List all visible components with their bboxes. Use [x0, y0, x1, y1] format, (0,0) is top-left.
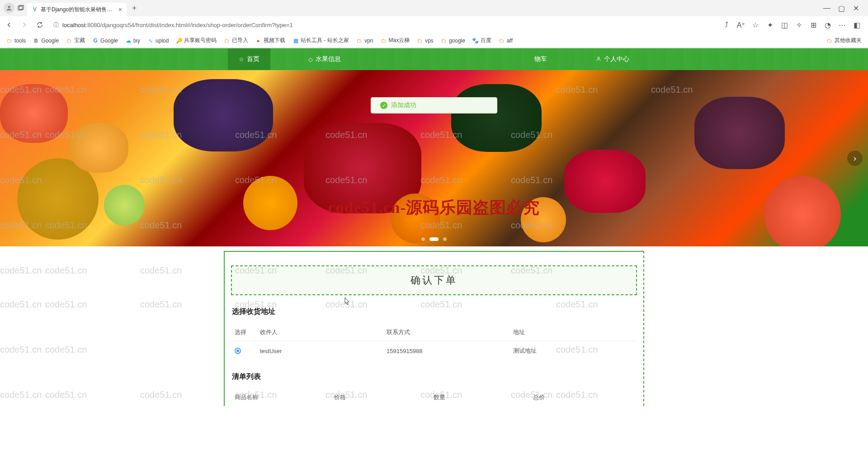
- tab-close-icon[interactable]: ×: [118, 6, 122, 13]
- nav-label: 个人中心: [604, 55, 629, 63]
- wave-icon: ∿: [147, 38, 154, 44]
- bookmark-vps[interactable]: 🗀vps: [414, 36, 436, 45]
- carousel-dot[interactable]: [443, 237, 447, 241]
- tab-overview-icon[interactable]: [16, 4, 25, 13]
- col-price: 价格: [334, 393, 434, 401]
- banner-watermark-text: code51.cn-源码乐园盗图必究: [328, 197, 540, 219]
- bookmark-uplod[interactable]: ∿uplod: [145, 36, 171, 45]
- star-icon: ☆: [239, 56, 244, 63]
- bookmark-tools[interactable]: 🗀tools: [4, 36, 28, 45]
- list-header-row: 商品名称 价格 数量 总价: [231, 389, 637, 406]
- site-info-icon[interactable]: ⓘ: [53, 21, 59, 29]
- profile-avatar-icon[interactable]: [4, 3, 14, 14]
- refresh-button[interactable]: [34, 19, 45, 30]
- bookmark-vpn[interactable]: 🗀vpn: [354, 36, 376, 45]
- site-icon: ▦: [292, 38, 299, 44]
- google-icon: G: [92, 38, 99, 44]
- more-icon[interactable]: ⋯: [838, 21, 846, 29]
- bookmark-max[interactable]: 🗀Max云梯: [378, 35, 413, 46]
- list-section-title: 清单列表: [232, 372, 637, 382]
- maximize-button[interactable]: ▢: [838, 5, 844, 11]
- bookmark-webmaster[interactable]: ▦站长工具 - 站长之家: [290, 35, 352, 46]
- address-contact: 15915915988: [387, 348, 513, 354]
- col-address: 地址: [513, 328, 633, 336]
- url-host: localhost: [62, 22, 85, 28]
- bookmark-aff[interactable]: 🗀aff: [496, 36, 515, 45]
- address-section-title: 选择收货地址: [232, 307, 637, 316]
- sidebar-icon[interactable]: ◧: [853, 21, 861, 29]
- translate-icon[interactable]: ⤴: [722, 21, 731, 29]
- bookmark-google2[interactable]: GGoogle: [90, 36, 121, 45]
- col-contact: 联系方式: [387, 328, 513, 336]
- bookmark-google[interactable]: 🗎Google: [30, 36, 61, 45]
- bookmark-google3[interactable]: 🗀google: [438, 36, 468, 45]
- folder-icon: 🗀: [381, 38, 387, 44]
- carousel-dot[interactable]: [429, 237, 439, 241]
- collections-icon[interactable]: ✦: [766, 21, 774, 29]
- bookmark-imported[interactable]: 🗀已导入: [221, 35, 251, 46]
- address-bar-actions: ⤴ A⁺ ☆ ✦ ◫ ✧ ⊞ ◔ ⋯ ◧: [719, 21, 864, 29]
- nav-label: 首页: [247, 55, 259, 63]
- nav-profile[interactable]: 个人中心: [585, 48, 640, 70]
- col-product-name: 商品名称: [235, 393, 334, 401]
- minimize-button[interactable]: —: [824, 5, 830, 11]
- bookmark-share[interactable]: 🔑共享账号密码: [173, 35, 219, 46]
- address-value: 测试地址: [513, 347, 633, 355]
- col-qty: 数量: [434, 393, 533, 401]
- success-toast: ✓ 添加成功: [371, 97, 497, 113]
- nav-home[interactable]: ☆ 首页: [228, 48, 270, 70]
- cloud-icon: ☁: [125, 38, 132, 44]
- favorite-icon[interactable]: ☆: [751, 21, 760, 29]
- nav-label: 物车: [534, 55, 547, 63]
- bookmark-txy[interactable]: ☁txy: [123, 36, 143, 45]
- nav-cart[interactable]: 物车: [524, 48, 558, 70]
- folder-icon: 🗀: [66, 38, 72, 44]
- order-panel: 确认下单 选择收货地址 选择 收件人 联系方式 地址 testUser 1591…: [224, 251, 644, 406]
- close-window-button[interactable]: ✕: [853, 5, 859, 11]
- address-table: 选择 收件人 联系方式 地址 testUser 15915915988 测试地址: [231, 324, 637, 360]
- page-icon: 🗎: [33, 38, 39, 44]
- folder-icon: 🗀: [499, 38, 505, 44]
- new-tab-button[interactable]: +: [128, 4, 141, 13]
- favorites-list-icon[interactable]: ✧: [795, 21, 803, 29]
- col-recipient: 收件人: [260, 328, 387, 336]
- svg-point-3: [598, 57, 599, 59]
- carousel-dot[interactable]: [421, 237, 425, 241]
- bookmark-video[interactable]: ▸视频下载: [253, 35, 288, 46]
- tab-bar: V 基于Django的智能水果销售系统 × + — ▢ ✕: [0, 0, 868, 16]
- performance-icon[interactable]: ◔: [824, 21, 832, 29]
- forward-button[interactable]: [19, 19, 30, 30]
- diamond-icon: ◇: [308, 56, 313, 63]
- tab-title: 基于Django的智能水果销售系统: [41, 6, 116, 14]
- paw-icon: 🐾: [472, 38, 479, 44]
- url-input[interactable]: ⓘ localhost:8080/djangoqrs54/front/dist/…: [50, 19, 714, 31]
- read-aloud-icon[interactable]: A⁺: [737, 21, 745, 29]
- nav-fruit[interactable]: ◇ 水果信息: [297, 48, 352, 70]
- address-radio[interactable]: [235, 348, 241, 354]
- key-icon: 🔑: [176, 38, 182, 44]
- address-recipient: testUser: [260, 348, 387, 354]
- browser-chrome: V 基于Django的智能水果销售系统 × + — ▢ ✕ ⓘ localhos…: [0, 0, 868, 48]
- back-button[interactable]: [4, 19, 14, 30]
- bookmark-other[interactable]: 🗀其他收藏夹: [824, 35, 864, 46]
- carousel-next-button[interactable]: ›: [847, 151, 863, 166]
- vue-favicon-icon: V: [32, 6, 38, 13]
- folder-icon: 🗀: [441, 38, 447, 44]
- nav-label: 水果信息: [316, 55, 341, 63]
- confirm-order-title: 确认下单: [231, 265, 637, 295]
- check-icon: ✓: [380, 102, 387, 109]
- col-select: 选择: [235, 328, 260, 336]
- folder-icon: 🗀: [224, 38, 230, 44]
- folder-icon: 🗀: [826, 38, 833, 44]
- bookmark-treasure[interactable]: 🗀宝藏: [63, 35, 88, 46]
- content-area: 确认下单 选择收货地址 选择 收件人 联系方式 地址 testUser 1591…: [0, 246, 868, 424]
- folder-icon: 🗀: [356, 38, 363, 44]
- svg-point-0: [8, 6, 10, 8]
- browser-tab[interactable]: V 基于Django的智能水果销售系统 ×: [27, 3, 127, 16]
- col-total: 总价: [533, 393, 633, 401]
- extensions-icon[interactable]: ⊞: [809, 21, 817, 29]
- split-screen-icon[interactable]: ◫: [780, 21, 788, 29]
- url-path: /djangoqrs54/front/dist/index.html#/inde…: [100, 22, 293, 28]
- bookmark-baidu[interactable]: 🐾百度: [470, 35, 494, 46]
- folder-icon: 🗀: [417, 38, 423, 44]
